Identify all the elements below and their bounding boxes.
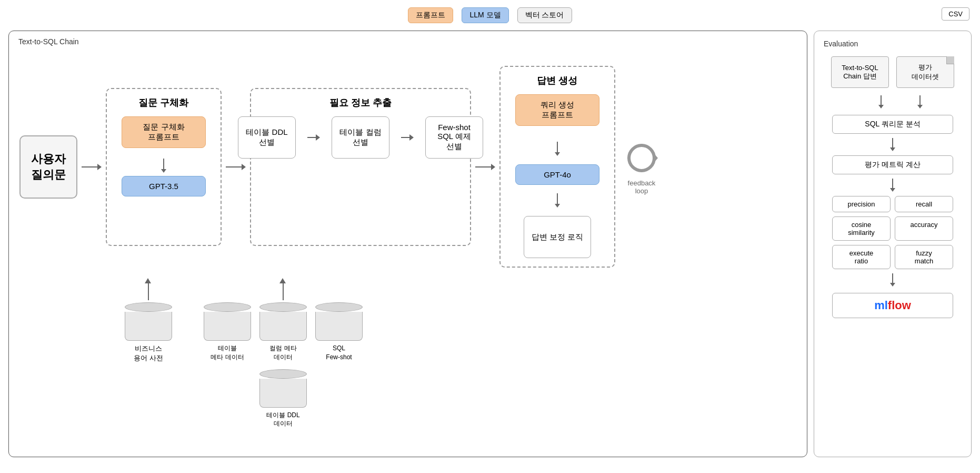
db1-cylinder-label: 비즈니스 용어 사전 [134,344,163,363]
legend-prompt-label: 프롬프트 [416,11,445,20]
main-content: Text-to-SQL Chain 사용자 질의문 질문 구체화 질문 구체화 … [0,31,980,466]
metric-execute: execute ratio [832,245,891,269]
eval-top-arrows [863,93,923,111]
legend-prompt: 프롬프트 [408,7,453,23]
eval-metrics-grid: precision recall cosine similarity accur… [832,196,953,269]
metric-cosine: cosine similarity [832,216,891,241]
info-box-1: 테이블 DDL 선별 [238,116,296,159]
chain-panel-title: Text-to-SQL Chain [18,37,79,46]
db2-sub-item-1: 테이블 DDL 데이터 [259,369,307,429]
chain-flow: 사용자 질의문 질문 구체화 질문 구체화 프롬프트 GPT-3.5 [19,66,796,268]
eval-title: Evaluation [824,40,962,48]
question-section: 질문 구체화 질문 구체화 프롬프트 GPT-3.5 [106,88,222,246]
eval-doc-box-1: Text-to-SQL Chain 답변 [831,56,889,88]
legend-llm-label: LLM 모델 [469,11,501,20]
eval-arrow-1 [890,138,895,151]
db2-item-1: 테이블 메타 데이터 [204,302,251,362]
answer-section: 답변 생성 쿼리 생성 프롬프트 GPT-4o 답변 보정 로직 [499,66,615,268]
info-box-3: Few-shot SQL 예제 선별 [425,116,483,159]
user-question-label: 사용자 질의문 [29,151,68,183]
eval-top-boxes: Text-to-SQL Chain 답변 평가 데이터셋 [831,56,954,88]
eval-panel: Evaluation Text-to-SQL Chain 답변 평가 데이터셋 [814,31,972,457]
mlflow-box: mlflow [832,293,953,318]
answer-llm-box: GPT-4o [515,164,599,185]
bottom-db-area: 비즈니스 용어 사전 테이블 메타 데이터 [19,276,796,428]
inner-arrow-down-3 [555,193,560,208]
question-llm-box: GPT-3.5 [122,176,206,196]
arrow-to-answer [475,164,495,170]
svg-marker-1 [654,154,658,162]
feedback-area: feedback loop [615,139,668,195]
db2-up-arrow [278,276,288,302]
arrow-to-info [226,164,246,170]
db2-sub-row: 테이블 DDL 데이터 [259,369,307,429]
legend-vector-label: 벡터 스토어 [525,11,564,20]
inner-arrow-down-2 [555,142,560,156]
db1-up-arrow [143,276,154,302]
db-group-2: 테이블 메타 데이터 컬럼 메타 데이터 SQL Few-shot [204,276,363,428]
answer-prompt-box: 쿼리 생성 프롬프트 [515,94,599,126]
chain-panel: Text-to-SQL Chain 사용자 질의문 질문 구체화 질문 구체화 … [8,31,807,457]
feedback-loop-icon [623,139,661,177]
db-group-1: 비즈니스 용어 사전 [125,276,172,363]
info-section: 필요 정보 추출 테이블 DDL 선별 테이블 컬럼 선별 Few-shot S… [250,88,471,246]
eval-arrow-3 [890,273,895,287]
eval-doc-box-2: 평가 데이터셋 [896,56,954,88]
mlflow-flow: flow [888,299,911,312]
metric-precision: precision [832,196,891,212]
info-arrow-1 [307,134,320,141]
legend-llm: LLM 모델 [462,7,508,23]
answer-section-title: 답변 생성 [537,74,577,87]
info-arrow-2 [401,134,414,141]
db2-item-2: 컬럼 메타 데이터 [259,302,307,362]
db1-cylinder-top [125,302,172,312]
metric-recall: recall [895,196,953,212]
legend-vector: 벡터 스토어 [517,7,572,23]
question-prompt-box: 질문 구체화 프롬프트 [122,116,206,148]
inner-arrow-down-1 [161,159,166,173]
arrow-to-question [82,164,102,170]
eval-arrow-2 [890,179,895,192]
feedback-label: feedback loop [628,179,656,195]
mlflow-ml: ml [874,299,888,312]
user-question-box: 사용자 질의문 [19,135,77,199]
db1-cylinder-body [125,312,172,341]
answer-boxes: 쿼리 생성 프롬프트 GPT-4o 답변 보정 로직 [515,94,599,258]
db2-item-3: SQL Few-shot [315,302,363,362]
csv-badge[interactable]: CSV [942,7,969,21]
question-section-title: 질문 구체화 [138,96,188,109]
metric-fuzzy: fuzzy match [895,245,953,269]
answer-logic-box: 답변 보정 로직 [524,216,591,258]
info-boxes: 테이블 DDL 선별 테이블 컬럼 선별 Few-shot SQL 예제 선별 [238,116,483,159]
top-bar: 프롬프트 LLM 모델 벡터 스토어 CSV [0,0,980,31]
info-section-title: 필요 정보 추출 [329,96,392,109]
db2-top-row: 테이블 메타 데이터 컬럼 메타 데이터 SQL Few-shot [204,302,363,362]
info-box-2: 테이블 컬럼 선별 [332,116,389,159]
eval-inner: Text-to-SQL Chain 답변 평가 데이터셋 SQL 쿼리문 분석 [824,56,962,318]
eval-step2: 평가 메트릭 계산 [832,155,953,174]
eval-step1: SQL 쿼리문 분석 [832,115,953,134]
metric-accuracy: accuracy [895,216,953,241]
